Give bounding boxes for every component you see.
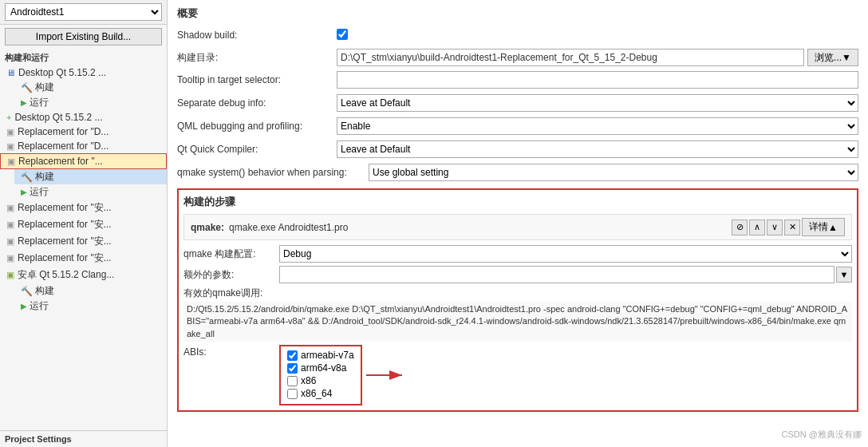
- qmake-behavior-row: qmake system() behavior when parsing: Us…: [177, 163, 858, 182]
- sidebar-item-android-clang[interactable]: ▣ 安卓 Qt 5.15.2 Clang...: [0, 267, 167, 283]
- sidebar-item-replacement-an1[interactable]: ▣ Replacement for "安...: [0, 200, 167, 216]
- qmake-behavior-control: Use global setting: [369, 164, 858, 181]
- monitor-icon: 🖥: [6, 68, 15, 77]
- abi-checkbox-armeabi-v7a[interactable]: [287, 350, 298, 361]
- abis-container: armeabi-v7a arm64-v8a x86 x86_64: [279, 345, 410, 405]
- sidebar-item-desktop-build-label: 构建: [35, 81, 54, 94]
- sidebar-item-replacement-an3[interactable]: ▣ Replacement for "安...: [0, 233, 167, 250]
- qml-debug-label: QML debugging and profiling:: [177, 121, 337, 132]
- detail-button[interactable]: 详情 ▲: [802, 218, 845, 236]
- browse-label: 浏览...: [815, 51, 842, 65]
- qmake-step-row: qmake: qmake.exe Androidtest1.pro ⊘ ∧ ∨ …: [183, 214, 852, 240]
- browse-button[interactable]: 浏览... ▼: [807, 49, 858, 66]
- sidebar-item-desktop-qt2[interactable]: + Desktop Qt 5.15.2 ...: [0, 110, 167, 125]
- sidebar-item-replacement-an4[interactable]: ▣ Replacement for "安...: [0, 250, 167, 267]
- qmake-step-label: qmake:: [191, 222, 224, 233]
- project-selector[interactable]: Androidtest1: [5, 3, 162, 21]
- sidebar: Androidtest1 Import Existing Build... 构建…: [0, 0, 168, 447]
- sidebar-item-replacement-run[interactable]: ▶ 运行: [14, 184, 167, 200]
- extra-params-expand-button[interactable]: ▼: [836, 267, 852, 283]
- sidebar-item-replacement-run-label: 运行: [30, 185, 49, 199]
- qmake-config-label: qmake 构建配置:: [183, 247, 279, 261]
- sidebar-item-android-run[interactable]: ▶ 运行: [14, 299, 167, 314]
- build-dir-row: 构建目录: 浏览... ▼: [177, 49, 858, 66]
- move-down-button[interactable]: ∨: [767, 220, 783, 235]
- sidebar-item-replacement-main-label: Replacement for "...: [18, 156, 103, 167]
- hammer-icon-2: 🔨: [21, 172, 33, 183]
- sidebar-item-desktop-qt[interactable]: 🖥 Desktop Qt 5.15.2 ...: [0, 65, 167, 80]
- sidebar-item-desktop-run-label: 运行: [30, 96, 49, 109]
- sidebar-sub-replacement: 🔨 构建 ▶ 运行: [0, 169, 167, 200]
- sidebar-item-replacement-main[interactable]: ▣ Replacement for "...: [0, 153, 167, 169]
- qt-quick-row: Qt Quick Compiler: Leave at Default: [177, 140, 858, 159]
- sidebar-item-replacement-build-label: 构建: [35, 170, 54, 184]
- qmake-behavior-label: qmake system() behavior when parsing:: [177, 167, 369, 178]
- abi-checkbox-x86-64[interactable]: [287, 389, 298, 399]
- run-arrow-icon: ▶: [21, 98, 27, 107]
- arrow-annotation-svg: [362, 359, 410, 391]
- build-steps-section: 构建的步骤 qmake: qmake.exe Androidtest1.pro …: [177, 188, 858, 412]
- tooltip-control: [337, 71, 858, 89]
- qt-quick-select[interactable]: Leave at Default: [337, 140, 858, 158]
- detail-label: 详情: [809, 220, 828, 234]
- build-dir-input[interactable]: [337, 49, 804, 66]
- sidebar-item-replacement-an1-label: Replacement for "安...: [18, 201, 112, 215]
- sidebar-item-replacement-an2-label: Replacement for "安...: [18, 218, 112, 231]
- remove-step-button[interactable]: ✕: [784, 220, 800, 235]
- sep-debug-control: Leave at Default: [337, 94, 858, 112]
- shadow-build-checkbox[interactable]: [337, 29, 348, 40]
- sidebar-item-replacement-d2[interactable]: ▣ Replacement for "D...: [0, 139, 167, 153]
- sep-debug-select[interactable]: Leave at Default: [337, 94, 858, 112]
- sidebar-item-desktop-qt-label: Desktop Qt 5.15.2 ...: [18, 67, 106, 78]
- browse-dropdown-icon: ▼: [842, 52, 851, 63]
- kit-selected-icon: ▣: [7, 156, 15, 167]
- tooltip-input[interactable]: [337, 71, 858, 89]
- extra-params-row: 额外的参数: ▼: [183, 266, 852, 283]
- sidebar-top: Androidtest1: [0, 0, 167, 25]
- abi-item-x86: x86: [287, 375, 354, 386]
- qmake-behavior-select[interactable]: Use global setting: [369, 164, 858, 181]
- qmake-config-row: qmake 构建配置: Debug: [183, 245, 852, 263]
- tooltip-label: Tooltip in target selector:: [177, 74, 337, 85]
- sep-debug-row: Separate debug info: Leave at Default: [177, 93, 858, 113]
- effective-qmake-label: 有效的qmake调用:: [183, 287, 852, 300]
- shadow-build-label: Shadow build:: [177, 30, 337, 41]
- import-existing-build-button[interactable]: Import Existing Build...: [5, 28, 162, 45]
- build-steps-title: 构建的步骤: [183, 195, 852, 209]
- qmake-actions: ⊘ ∧ ∨ ✕ 详情 ▲: [732, 218, 845, 236]
- sidebar-item-android-build[interactable]: 🔨 构建: [14, 283, 167, 299]
- qmake-config-select[interactable]: Debug: [279, 245, 852, 263]
- disable-step-button[interactable]: ⊘: [732, 220, 748, 235]
- qt-quick-control: Leave at Default: [337, 140, 858, 158]
- qml-debug-control: Enable: [337, 117, 858, 135]
- abis-options: armeabi-v7a arm64-v8a x86 x86_64: [279, 345, 362, 405]
- build-dir-label: 构建目录:: [177, 51, 337, 65]
- extra-params-input[interactable]: [279, 266, 834, 283]
- extra-params-label: 额外的参数:: [183, 268, 279, 282]
- sidebar-item-replacement-an2[interactable]: ▣ Replacement for "安...: [0, 216, 167, 233]
- shadow-build-row: Shadow build:: [177, 26, 858, 45]
- main-content: 概要 Shadow build: 构建目录: 浏览... ▼ Tooltip i…: [168, 0, 868, 447]
- abi-item-armeabi-v7a: armeabi-v7a: [287, 350, 354, 361]
- abi-label-x86-64: x86_64: [301, 388, 332, 399]
- kit-gray-icon-2: ▣: [6, 141, 14, 152]
- move-up-button[interactable]: ∧: [749, 220, 765, 235]
- abis-row: ABIs: armeabi-v7a arm64-v8a x86: [183, 345, 852, 405]
- sidebar-item-replacement-d2-label: Replacement for "D...: [18, 140, 108, 152]
- abi-checkbox-x86[interactable]: [287, 376, 298, 386]
- effective-qmake-value: D:/Qt5.15.2/5.15.2/android/bin/qmake.exe…: [183, 302, 852, 342]
- abi-checkbox-arm64-v8a[interactable]: [287, 363, 298, 374]
- abi-item-arm64-v8a: arm64-v8a: [287, 362, 354, 374]
- kit-gray-icon-5: ▣: [6, 236, 14, 247]
- kit-gray-icon-1: ▣: [6, 127, 14, 137]
- sidebar-item-replacement-d1[interactable]: ▣ Replacement for "D...: [0, 125, 167, 139]
- kit-gray-icon-3: ▣: [6, 203, 14, 213]
- sidebar-item-replacement-build[interactable]: 🔨 构建: [14, 169, 167, 184]
- run-arrow-icon-2: ▶: [21, 188, 27, 196]
- detail-arrow-icon: ▲: [828, 222, 838, 233]
- sidebar-item-desktop-build[interactable]: 🔨 构建: [14, 80, 167, 95]
- sidebar-item-desktop-qt2-label: Desktop Qt 5.15.2 ...: [14, 112, 102, 123]
- abi-item-x86-64: x86_64: [287, 388, 354, 399]
- qml-debug-select[interactable]: Enable: [337, 117, 858, 135]
- sidebar-item-desktop-run[interactable]: ▶ 运行: [14, 95, 167, 110]
